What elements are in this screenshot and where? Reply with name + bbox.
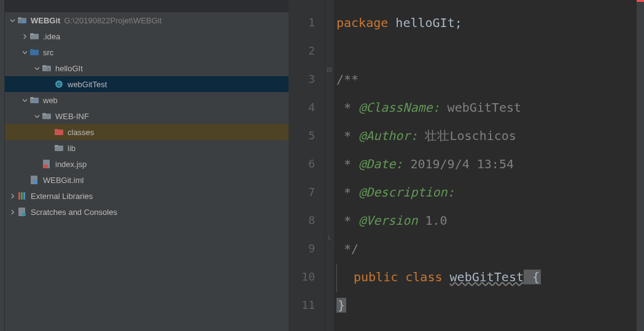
label: src (43, 48, 53, 57)
tree-row-classes[interactable]: classes (5, 124, 289, 140)
svg-rect-24 (33, 180, 37, 184)
tree-row-lib[interactable]: lib (5, 140, 289, 156)
line-number-gutter[interactable]: 1 2 3 4 5 6 7 8 9 10 11 (289, 0, 325, 331)
label: .idea (43, 32, 60, 41)
excluded-folder-icon (54, 127, 64, 137)
svg-rect-1 (18, 17, 21, 19)
svg-rect-13 (30, 97, 34, 99)
svg-rect-22 (43, 165, 48, 168)
label: WEB-INF (55, 112, 89, 121)
fold-toggle-icon[interactable]: ⊟ (327, 66, 332, 73)
module-folder-icon (17, 15, 27, 25)
code-line: * @Description: (336, 178, 637, 206)
line-num: 7 (289, 178, 325, 206)
label: classes (68, 128, 94, 137)
chevron-right-icon[interactable] (20, 31, 29, 41)
line-num: 11 (289, 291, 325, 319)
label: index.jsp (55, 160, 87, 169)
svg-text:C: C (57, 82, 61, 87)
chevron-down-icon[interactable] (20, 47, 29, 57)
chevron-down-icon[interactable] (7, 15, 17, 25)
svg-rect-8 (42, 65, 46, 67)
fold-end-icon: └ (327, 236, 331, 243)
svg-rect-20 (55, 145, 58, 147)
code-content[interactable]: package helloGIt; /** * @ClassName: webG… (334, 0, 637, 331)
tree-spacer (32, 159, 42, 169)
chevron-down-icon[interactable] (20, 95, 29, 105)
label: web (43, 96, 58, 105)
tree-row-root[interactable]: WEBGit G:\20190822Projet\WEBGit (5, 12, 289, 28)
panel-header (5, 0, 289, 12)
src-folder-icon (29, 47, 39, 57)
code-line: package helloGIt; (336, 9, 637, 37)
svg-rect-2 (22, 20, 25, 23)
code-line: /** (336, 65, 637, 93)
code-line: * @ClassName: webGitTest (336, 93, 637, 122)
tree-row-iml[interactable]: WEBGit.iml (5, 172, 289, 188)
libraries-icon (17, 191, 27, 201)
tree-row-webgittest[interactable]: C webGitTest (5, 76, 289, 92)
code-line: * @Author: 壮壮Loschicos (336, 122, 637, 150)
line-num: 4 (289, 93, 325, 122)
tree-row-src[interactable]: src (5, 44, 289, 60)
sidebar-gutter (0, 0, 5, 331)
chevron-right-icon[interactable] (7, 191, 17, 201)
svg-rect-18 (55, 129, 58, 131)
folder-icon (29, 31, 39, 41)
fold-gutter[interactable]: ⊟ └ (325, 0, 334, 331)
tree-spacer (44, 127, 54, 137)
folder-icon (42, 111, 52, 121)
svg-rect-26 (21, 192, 23, 200)
line-num: 3 (289, 65, 325, 93)
tree-row-webinf[interactable]: WEB-INF (5, 108, 289, 124)
root-name: WEBGit (31, 16, 60, 25)
tree-spacer (44, 143, 54, 153)
label: Scratches and Consoles (31, 208, 117, 217)
label: lib (68, 144, 76, 153)
tree-row-hellogit[interactable]: helloGIt (5, 60, 289, 76)
tree-row-idea[interactable]: .idea (5, 28, 289, 44)
label: helloGIt (55, 64, 83, 73)
web-folder-icon (29, 95, 39, 105)
scratches-icon (17, 207, 27, 217)
svg-point-29 (22, 212, 26, 216)
svg-point-9 (47, 68, 50, 71)
project-tree[interactable]: WEBGit G:\20190822Projet\WEBGit .idea sr… (5, 12, 289, 220)
tree-spacer (44, 79, 54, 89)
editor-scrollbar[interactable] (637, 0, 644, 331)
code-line: } (336, 291, 637, 319)
code-line: */ (336, 235, 637, 263)
code-line: * @Version 1.0 (336, 206, 637, 235)
tree-row-indexjsp[interactable]: index.jsp (5, 156, 289, 172)
line-num: 10 (289, 263, 325, 291)
tree-spacer (20, 175, 29, 185)
package-icon (42, 63, 52, 73)
iml-file-icon (29, 175, 39, 185)
svg-rect-4 (30, 33, 34, 35)
code-line (336, 37, 637, 65)
code-line: public class webGitTest { (336, 263, 637, 291)
chevron-down-icon[interactable] (32, 111, 42, 121)
line-num: 6 (289, 150, 325, 178)
line-num: 5 (289, 122, 325, 150)
svg-rect-25 (18, 192, 20, 200)
code-editor[interactable]: 1 2 3 4 5 6 7 8 9 10 11 ⊟ └ package hell… (289, 0, 644, 331)
root-path: G:\20190822Projet\WEBGit (64, 16, 161, 25)
project-tree-panel: WEBGit G:\20190822Projet\WEBGit .idea sr… (5, 0, 289, 331)
line-num: 9 (289, 235, 325, 263)
code-line: * @Date: 2019/9/4 13:54 (336, 150, 637, 178)
jsp-file-icon (42, 159, 52, 169)
tree-row-web[interactable]: web (5, 92, 289, 108)
label: WEBGit.iml (43, 176, 83, 185)
line-num: 1 (289, 9, 325, 37)
svg-rect-6 (30, 49, 34, 51)
folder-icon (54, 143, 64, 153)
tree-row-scratches[interactable]: Scratches and Consoles (5, 204, 289, 220)
chevron-down-icon[interactable] (32, 63, 42, 73)
tree-row-external-libraries[interactable]: External Libraries (5, 188, 289, 204)
chevron-right-icon[interactable] (7, 207, 17, 217)
line-num: 2 (289, 37, 325, 65)
line-num: 8 (289, 206, 325, 235)
svg-rect-27 (23, 192, 25, 200)
label: External Libraries (31, 192, 93, 201)
